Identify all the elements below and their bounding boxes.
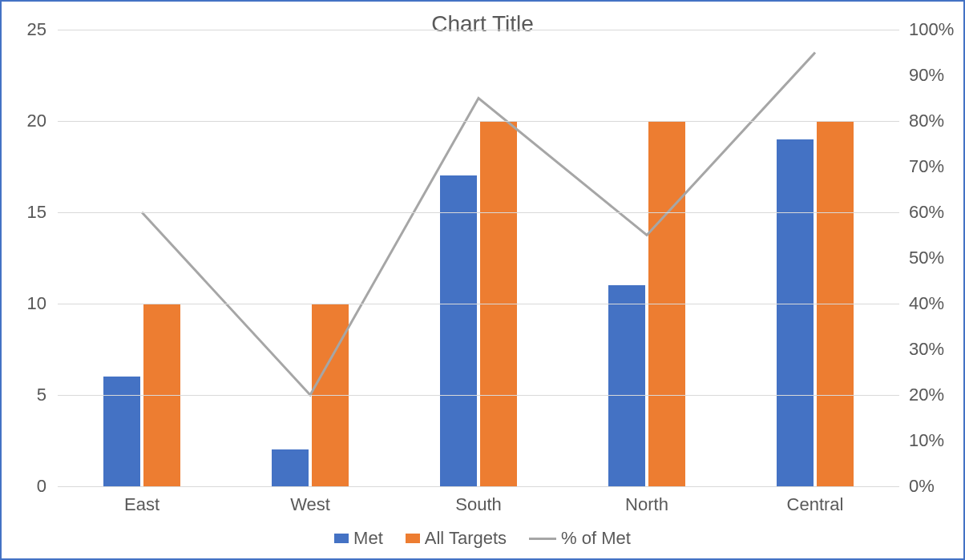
gridline [58, 212, 899, 213]
category-label: Central [787, 494, 844, 515]
category-label: East [124, 494, 159, 515]
right-axis-tick: 60% [909, 203, 944, 221]
chart-frame: Chart Title 0510152025 0%10%20%30%40%50%… [0, 0, 965, 560]
legend-label: Met [353, 528, 383, 549]
gridline [58, 121, 899, 122]
right-axis-tick: 0% [909, 477, 935, 495]
category-label: West [290, 494, 330, 515]
plot-area [58, 30, 899, 486]
line-series [142, 53, 815, 396]
gridline [58, 486, 899, 487]
left-axis-tick: 0 [37, 477, 46, 495]
right-axis-tick: 80% [909, 112, 944, 130]
legend: Met All Targets % of Met [2, 528, 963, 549]
right-axis-tick: 90% [909, 66, 944, 84]
right-axis-tick: 10% [909, 432, 944, 449]
legend-item-met: Met [334, 528, 383, 549]
category-label: North [625, 494, 668, 515]
right-axis-tick: 100% [909, 21, 954, 38]
legend-swatch-icon [406, 534, 420, 543]
left-axis-tick: 15 [27, 203, 46, 221]
right-axis-tick: 30% [909, 340, 944, 358]
gridline [58, 395, 899, 396]
legend-item-pct-of-met: % of Met [529, 528, 631, 549]
legend-swatch-icon [334, 534, 349, 543]
right-axis-tick: 50% [909, 249, 944, 267]
right-axis-tick: 20% [909, 386, 944, 404]
category-label: South [455, 494, 502, 515]
legend-line-icon [529, 538, 556, 540]
right-axis-tick: 40% [909, 295, 944, 312]
right-axis-tick: 70% [909, 158, 944, 175]
left-axis-tick: 10 [27, 295, 46, 312]
legend-item-all-targets: All Targets [406, 528, 507, 549]
left-axis-tick: 25 [27, 21, 46, 38]
left-axis-tick: 20 [27, 112, 46, 130]
legend-label: All Targets [425, 528, 507, 549]
gridline [58, 304, 899, 304]
left-axis-tick: 5 [37, 386, 46, 404]
gridline [58, 30, 899, 30]
legend-label: % of Met [561, 528, 631, 549]
line-layer [58, 30, 899, 486]
